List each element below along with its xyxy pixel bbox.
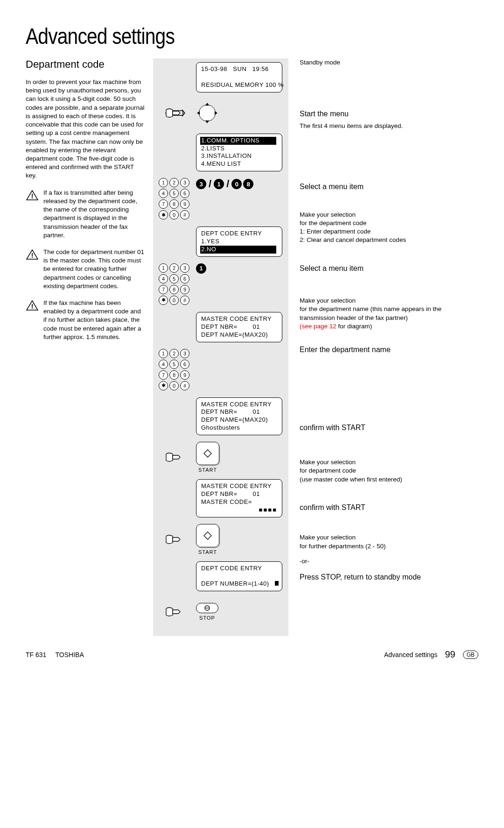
pointing-hand-icon: [164, 450, 186, 464]
confirm-start-heading: confirm with START: [300, 423, 478, 433]
note-1: ! If a fax is transmitted after being re…: [26, 189, 145, 240]
lcd-display: DEPT CODE ENTRY 1.YES 2.NO: [196, 226, 282, 257]
step-lcd-master1: MASTER CODE ENTRY DEPT NBR= 01 DEPT NAME…: [159, 312, 283, 342]
language-badge: GB: [463, 651, 478, 659]
page-footer: TF 631 TOSHIBA Advanced settings 99 GB: [26, 649, 478, 660]
stop-button-icon: [196, 603, 218, 613]
key-sequence: 3 / 1 / 0 8: [196, 178, 253, 190]
footer-section: Advanced settings: [384, 651, 437, 658]
step-stop: STOP: [159, 598, 283, 626]
note-2: ! The code for department number 01 is t…: [26, 248, 145, 290]
step-lcd-menu: 1.COMM. OPTIONS 2.LISTS 3.INSTALLATION 4…: [159, 134, 283, 172]
page-number: 99: [445, 649, 455, 660]
stop-label: STOP: [199, 615, 215, 621]
select-heading: Select a menu item: [300, 263, 478, 274]
start-label: START: [198, 549, 217, 555]
note-text: If a fax is transmitted after being rele…: [43, 189, 145, 240]
keypad-icon: 123 456 789 ✱0#: [159, 178, 191, 219]
warning-icon: !: [26, 190, 39, 201]
brand: TOSHIBA: [56, 651, 84, 658]
lcd-display: MASTER CODE ENTRY DEPT NBR= 01 DEPT NAME…: [196, 312, 282, 342]
keypad-icon: 123 456 789 ✱0#: [159, 349, 191, 390]
pointing-hand-icon: [164, 106, 186, 120]
model-number: TF 631: [26, 651, 46, 658]
intro-paragraph: In order to prevent your fax machine fro…: [26, 78, 145, 180]
lcd-display: 1.COMM. OPTIONS 2.LISTS 3.INSTALLATION 4…: [196, 134, 282, 172]
step-start-2: START: [159, 524, 283, 555]
warning-icon: !: [26, 249, 39, 260]
step-lcd-master2: MASTER CODE ENTRY DEPT NBR= 01 DEPT NAME…: [159, 397, 283, 436]
select-heading: Select a menu item: [300, 182, 478, 192]
middle-column: 15-03-98 SUN 19:56 RESIDUAL MEMORY 100 %…: [153, 58, 288, 636]
note-3: ! If the fax machine has been enabled by…: [26, 299, 145, 341]
nav-pad-icon: [196, 102, 218, 124]
svg-text:!: !: [31, 192, 34, 200]
page-reference-link: (see page 12: [300, 323, 336, 330]
three-column-layout: Department code In order to prevent your…: [26, 58, 478, 636]
step-keyseq-1: 123 456 789 ✱0# 3 / 1 / 0 8: [159, 178, 283, 220]
step-lcd-deptnum: DEPT CODE ENTRY DEPT NUMBER=(1-40): [159, 561, 283, 592]
lcd-display: MASTER CODE ENTRY DEPT NBR= 01 DEPT NAME…: [196, 397, 282, 436]
note-text: If the fax machine has been enabled by a…: [43, 299, 145, 341]
key-sequence: 1: [196, 263, 206, 274]
lcd-display: MASTER CODE ENTRY DEPT NBR= 01 MASTER CO…: [196, 479, 282, 517]
enter-name-heading: Enter the department name: [300, 345, 478, 355]
step-lcd-standby: 15-03-98 SUN 19:56 RESIDUAL MEMORY 100 %: [159, 62, 283, 92]
lcd-display: 15-03-98 SUN 19:56 RESIDUAL MEMORY 100 %: [196, 62, 282, 92]
svg-text:!: !: [31, 252, 34, 259]
start-button-icon: [196, 442, 219, 465]
step-lcd-deptcode: DEPT CODE ENTRY 1.YES 2.NO: [159, 226, 283, 257]
section-heading: Department code: [26, 58, 145, 71]
stop-heading: Press STOP, return to standby mode: [300, 572, 478, 582]
step-keyseq-2: 123 456 789 ✱0# 1: [159, 263, 283, 305]
pointing-hand-icon: [164, 532, 186, 546]
right-column: Standby mode Start the menu The first 4 …: [297, 58, 478, 636]
page-title: Advanced settings: [26, 23, 411, 49]
start-label: START: [198, 467, 217, 473]
start-menu-heading: Start the menu: [300, 109, 478, 119]
keypad-icon: 123 456 789 ✱0#: [159, 263, 191, 305]
step-lcd-mastercode: MASTER CODE ENTRY DEPT NBR= 01 MASTER CO…: [159, 479, 283, 517]
standby-text: Standby mode: [300, 58, 478, 67]
left-column: Department code In order to prevent your…: [26, 58, 145, 636]
note-text: The code for department number 01 is the…: [43, 248, 145, 290]
warning-icon: !: [26, 300, 39, 311]
step-start-1: START: [159, 442, 283, 473]
start-button-icon: [196, 524, 219, 547]
pointing-hand-icon: [164, 605, 186, 619]
lcd-display: DEPT CODE ENTRY DEPT NUMBER=(1-40): [196, 561, 282, 592]
step-keypad-only: 123 456 789 ✱0#: [159, 349, 283, 391]
svg-text:!: !: [31, 303, 34, 310]
confirm-start-heading: confirm with START: [300, 502, 478, 513]
step-press-menu: [159, 99, 283, 127]
start-menu-text: The first 4 menu items are displayed.: [300, 122, 478, 130]
